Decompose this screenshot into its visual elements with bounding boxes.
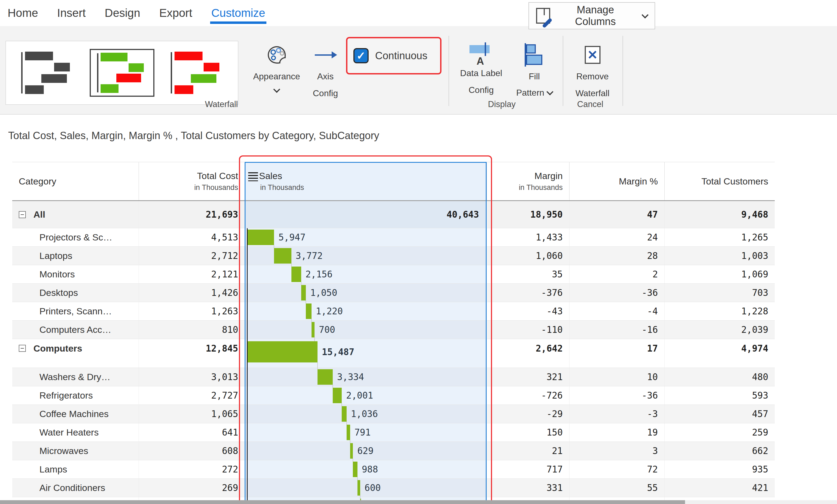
total-customers-cell[interactable]: 480 (664, 368, 775, 386)
table-row[interactable]: All21,69340,64318,950479,468 (12, 201, 775, 228)
sales-cell[interactable]: 1,220 (245, 302, 486, 320)
table-row[interactable]: Water Heaters64179115019259 (12, 423, 775, 442)
waterfall-bar[interactable] (311, 322, 315, 338)
total-customers-cell[interactable]: 259 (664, 423, 775, 442)
category-cell[interactable]: Refrigerators (12, 386, 139, 404)
margin-cell[interactable]: 35 (486, 265, 569, 283)
category-cell[interactable]: Coffee Machines (12, 405, 139, 423)
table-row[interactable]: Washers & Dry…3,0133,33432110480 (12, 368, 775, 386)
sales-cell[interactable]: 2,156 (245, 265, 486, 283)
waterfall-bar[interactable] (353, 462, 357, 477)
margin-cell[interactable]: 1,060 (486, 247, 569, 265)
margin-pct-cell[interactable]: -3 (569, 405, 664, 423)
table-row[interactable]: Projectors & Sc…4,5135,9471,433241,265 (12, 228, 775, 247)
margin-pct-cell[interactable]: 19 (569, 423, 664, 442)
waterfall-bar[interactable] (333, 388, 342, 403)
total-customers-cell[interactable]: 4,974 (664, 339, 775, 367)
sales-cell[interactable]: 2,001 (245, 386, 486, 404)
column-header-total-customers[interactable]: Total Customers (664, 162, 775, 200)
margin-cell[interactable]: 1,433 (486, 228, 569, 247)
total-customers-cell[interactable]: 2,039 (664, 321, 775, 339)
sales-cell[interactable]: 40,643 (245, 201, 486, 228)
sales-cell[interactable]: 5,947 (245, 228, 486, 247)
table-row[interactable]: Monitors2,1212,1563521,069 (12, 265, 775, 284)
table-row[interactable]: Microwaves608629213662 (12, 442, 775, 460)
margin-pct-cell[interactable]: -16 (569, 321, 664, 339)
margin-cell[interactable]: 150 (486, 423, 569, 442)
waterfall-style-green-red[interactable] (90, 49, 155, 97)
waterfall-bar[interactable] (301, 285, 306, 301)
table-row[interactable]: Laptops2,7123,7721,060281,003 (12, 247, 775, 265)
waterfall-style-neutral[interactable] (15, 49, 79, 97)
margin-pct-cell[interactable]: 24 (569, 228, 664, 247)
waterfall-bar[interactable] (342, 406, 346, 422)
total-cost-cell[interactable]: 269 (139, 479, 245, 497)
menu-item-export[interactable]: Export (159, 6, 192, 20)
category-cell[interactable]: Printers, Scann… (12, 302, 139, 320)
total-customers-cell[interactable]: 662 (664, 442, 775, 460)
margin-cell[interactable]: 21 (486, 442, 569, 460)
table-row[interactable]: Printers, Scann…1,2631,220-43-41,228 (12, 302, 775, 321)
margin-cell[interactable]: 331 (486, 479, 569, 497)
sales-cell[interactable]: 3,772 (245, 247, 486, 265)
menu-item-design[interactable]: Design (105, 6, 140, 20)
margin-pct-cell[interactable]: 3 (569, 442, 664, 460)
total-cost-cell[interactable]: 272 (139, 460, 245, 479)
collapse-icon[interactable] (19, 211, 26, 218)
column-drag-handle-icon[interactable] (248, 172, 258, 181)
margin-pct-cell[interactable]: 10 (569, 368, 664, 386)
table-row[interactable]: Refrigerators2,7272,001-726-36593 (12, 386, 775, 405)
total-customers-cell[interactable]: 1,003 (664, 247, 775, 265)
fill-pattern-button[interactable]: Fill Pattern (511, 42, 558, 110)
total-cost-cell[interactable]: 641 (139, 423, 245, 442)
waterfall-style-red-green[interactable] (164, 49, 229, 97)
margin-cell[interactable]: -43 (486, 302, 569, 320)
manage-columns-button[interactable]: Manage Columns (529, 2, 655, 29)
total-cost-cell[interactable]: 608 (139, 442, 245, 460)
waterfall-bar[interactable] (247, 341, 318, 362)
total-cost-cell[interactable]: 1,426 (139, 284, 245, 302)
total-cost-cell[interactable]: 3,013 (139, 368, 245, 386)
margin-pct-cell[interactable]: 47 (569, 201, 664, 228)
margin-pct-cell[interactable]: 2 (569, 265, 664, 283)
sales-cell[interactable]: 700 (245, 321, 486, 339)
waterfall-bar[interactable] (247, 230, 274, 245)
category-cell[interactable]: Air Conditioners (12, 479, 139, 497)
margin-cell[interactable]: 321 (486, 368, 569, 386)
total-customers-cell[interactable]: 1,265 (664, 228, 775, 247)
waterfall-bar[interactable] (357, 480, 360, 496)
margin-pct-cell[interactable]: 72 (569, 460, 664, 479)
column-header-category[interactable]: Category (12, 162, 139, 200)
column-header-margin-pct[interactable]: Margin % (569, 162, 664, 200)
margin-cell[interactable]: -110 (486, 321, 569, 339)
sales-cell[interactable]: 791 (245, 423, 486, 442)
total-customers-cell[interactable]: 935 (664, 460, 775, 479)
category-cell[interactable]: Desktops (12, 284, 139, 302)
horizontal-scrollbar[interactable] (0, 500, 837, 504)
sales-cell[interactable]: 3,334 (245, 368, 486, 386)
table-row[interactable]: Desktops1,4261,050-376-36703 (12, 284, 775, 302)
margin-cell[interactable]: 717 (486, 460, 569, 479)
category-cell[interactable]: Water Heaters (12, 423, 139, 442)
category-cell[interactable]: Monitors (12, 265, 139, 283)
margin-cell[interactable]: -376 (486, 284, 569, 302)
waterfall-bar[interactable] (306, 304, 311, 319)
total-cost-cell[interactable]: 2,121 (139, 265, 245, 283)
continuous-checkbox[interactable]: ✓ (353, 48, 369, 63)
total-cost-cell[interactable]: 21,693 (139, 201, 245, 228)
waterfall-bar[interactable] (346, 425, 350, 440)
menu-item-insert[interactable]: Insert (57, 6, 86, 20)
horizontal-scrollbar-thumb[interactable] (0, 500, 685, 504)
total-cost-cell[interactable]: 810 (139, 321, 245, 339)
margin-pct-cell[interactable]: 17 (569, 339, 664, 367)
margin-pct-cell[interactable]: 55 (569, 479, 664, 497)
column-header-total-cost[interactable]: Total Cost in Thousands (139, 162, 245, 200)
total-cost-cell[interactable]: 2,727 (139, 386, 245, 404)
total-cost-cell[interactable]: 4,513 (139, 228, 245, 247)
margin-cell[interactable]: -29 (486, 405, 569, 423)
column-header-margin[interactable]: Margin in Thousands (486, 162, 569, 200)
margin-cell[interactable]: -726 (486, 386, 569, 404)
column-header-sales[interactable]: Sales in Thousands (245, 162, 486, 200)
margin-pct-cell[interactable]: 28 (569, 247, 664, 265)
margin-pct-cell[interactable]: -36 (569, 284, 664, 302)
